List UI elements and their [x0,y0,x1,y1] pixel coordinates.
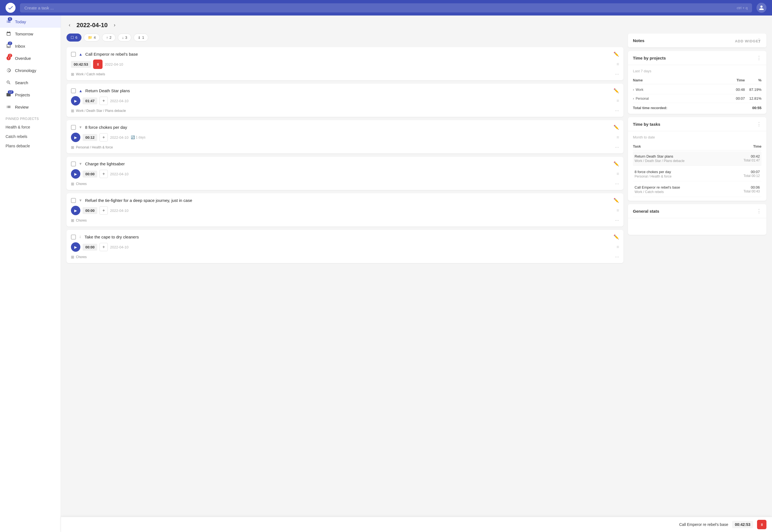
pinned-plans-debacle[interactable]: Plans debacle [0,141,61,151]
pinned-health-force[interactable]: Health & force [0,122,61,132]
widget-menu-icon[interactable]: ⋮ [756,208,761,214]
task-more-menu[interactable]: ··· [615,254,619,260]
chevron-right-icon: › [633,97,634,101]
task-checkbox[interactable] [71,235,76,240]
task-time: 00:42 [738,154,760,158]
task-checkbox[interactable] [71,52,76,57]
pinned-section-title: Pinned projects [0,113,61,122]
note-icon[interactable]: ≡ [617,98,619,103]
sidebar-item-review[interactable]: Review [0,101,61,113]
timer-display: 00:00 [83,244,97,251]
filter-checkbox[interactable]: ☐ 6 [66,34,81,42]
task-checkbox[interactable] [71,88,76,93]
edit-icon[interactable]: ✏️ [614,198,619,203]
expand-personal-button[interactable]: › Personal [633,97,723,101]
note-icon[interactable]: ≡ [617,135,619,140]
down-icon: ↓ [122,35,124,40]
edit-icon[interactable]: ✏️ [614,88,619,93]
user-avatar[interactable] [756,3,766,13]
widget-menu-icon[interactable]: ⋮ [756,121,761,127]
play-button[interactable]: ▶ [71,133,80,142]
project-path: Work / Death Star / Plans debacle [76,109,126,113]
expand-work-button[interactable]: › Work [633,88,723,92]
filter-folder[interactable]: 📁 4 [84,34,100,42]
task-header: ▲ Return Death Star plans ✏️ [71,88,619,93]
checkbox-count: 6 [75,35,77,40]
next-date-button[interactable]: › [112,21,118,29]
bottom-timer-display: 00:42:53 [732,521,753,528]
edit-icon[interactable]: ✏️ [614,161,619,166]
add-time-button[interactable]: + [99,170,108,178]
task-header: ▲ Call Emperor re rebel's base ✏️ [71,52,619,57]
personal-pct: 12.81% [745,96,761,101]
sidebar-item-today[interactable]: Today 6 [0,16,61,28]
task-total: Total 00:12 [743,174,760,178]
sidebar-item-chronology[interactable]: Chronology [0,64,61,76]
play-button[interactable]: ▶ [71,169,80,179]
bottom-pause-button[interactable]: ⏸ [757,520,766,529]
play-button[interactable]: ▶ [71,242,80,252]
sidebar-item-search[interactable]: Search [0,76,61,89]
task-timer-row: ▶ 00:00 + 2022-04-10 ≡ [71,169,619,179]
add-time-button[interactable]: + [99,243,108,251]
checkbox-icon: ☐ [71,35,74,40]
current-date: 2022-04-10 [76,22,108,29]
task-date: 2022-04-10 [110,99,129,103]
widget-menu-icon[interactable]: ⋮ [756,55,761,61]
project-path: Chores [76,255,87,259]
task-checkbox[interactable] [71,161,76,166]
sidebar-item-label: Overdue [15,56,31,61]
note-icon[interactable]: ≡ [617,208,619,213]
task-more-menu[interactable]: ··· [615,108,619,114]
task-more-menu[interactable]: ··· [615,71,619,77]
app-logo[interactable] [6,3,16,13]
edit-icon[interactable]: ✏️ [614,234,619,240]
add-widget-button[interactable]: ADD WIDGET [735,39,761,43]
task-timer-row: 00:42:53 ⏸ 2022-04-10 ≡ [71,60,619,69]
sidebar-item-overdue[interactable]: Overdue 2 [0,52,61,64]
play-button[interactable]: ▶ [71,96,80,106]
sidebar-item-label: Inbox [15,44,25,48]
sidebar-item-projects[interactable]: Projects 17 [0,89,61,101]
task-more-menu[interactable]: ··· [615,181,619,187]
add-time-button[interactable]: + [99,97,108,105]
task-more-menu[interactable]: ··· [615,144,619,150]
play-button[interactable]: ▶ [71,206,80,215]
sidebar-item-label: Projects [15,92,30,97]
task-name: Return Death Star plans [635,154,738,158]
edit-icon[interactable]: ✏️ [614,125,619,130]
task-checkbox[interactable] [71,125,76,130]
add-time-button[interactable]: + [99,133,108,142]
filter-priority-down[interactable]: ↓ 3 [118,34,131,42]
task-date: 2022-04-10 [105,62,123,66]
task-checkbox[interactable] [71,198,76,203]
prev-date-button[interactable]: ‹ [66,21,73,29]
total-label: Total time recorded: [633,106,667,110]
task-path: Work / Death Star / Plans debacle [635,159,685,163]
add-time-button[interactable]: + [99,206,108,215]
chronology-icon [6,67,12,73]
notes-title: Notes [633,38,645,43]
filter-priority-up[interactable]: ↑ 2 [102,34,116,42]
task-title: Call Emperor re rebel's base [85,52,611,56]
dbldown-icon: ⇓ [138,35,141,40]
timer-display: 00:12 [83,134,97,141]
note-icon[interactable]: ≡ [617,62,619,67]
pinned-catch-rebels[interactable]: Catch rebels [0,132,61,141]
tbp-table-header: Name Time % [633,76,761,84]
sidebar-item-tomorrow[interactable]: Tomorrow [0,28,61,40]
edit-icon[interactable]: ✏️ [614,52,619,57]
sidebar-item-inbox[interactable]: Inbox 2 [0,40,61,52]
task-more-menu[interactable]: ··· [615,217,619,223]
note-icon[interactable]: ≡ [617,245,619,250]
note-icon[interactable]: ≡ [617,171,619,176]
pause-button[interactable]: ⏸ [93,60,102,69]
col-pct: % [745,78,761,82]
right-sidebar: ADD WIDGET Notes ⋮ Time by projects ⋮ [628,34,766,266]
task-timer-row: ▶ 00:12 + 2022-04-10 🔄 1 days ≡ [71,133,619,142]
filter-priority-verylow[interactable]: ⇓ 1 [134,34,148,42]
dbldown-count: 1 [142,35,144,40]
widget-body: Month to date Task Time Return Death Sta… [628,131,766,201]
create-task-input[interactable]: Create a task ... ctrl + q [20,3,752,12]
priority-down-icon: ▼ [79,198,82,202]
